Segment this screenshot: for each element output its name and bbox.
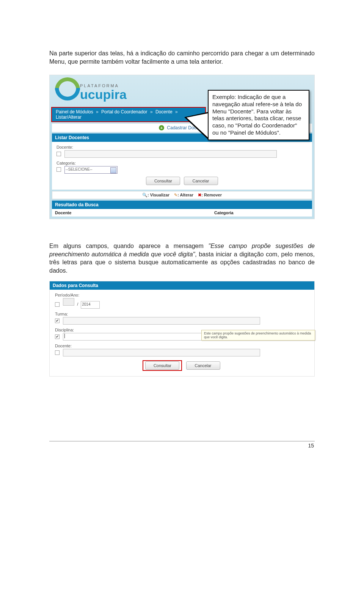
breadcrumb-item[interactable]: Painel de Módulos xyxy=(56,109,93,115)
callout-box: Exemplo: Indicação de que a navegação at… xyxy=(208,90,309,140)
docente-input[interactable] xyxy=(64,150,277,158)
page-number: 15 xyxy=(49,441,315,449)
consultar-button[interactable]: Consultar xyxy=(146,177,180,185)
section-dados-consulta: Dados para Consulta xyxy=(50,281,314,290)
legend-bar: 🔍: Visualizar ✎: Alterar ✖: Remover xyxy=(52,191,312,199)
periodo-input-1[interactable] xyxy=(63,298,74,306)
breadcrumb-item[interactable]: Docente xyxy=(155,109,173,115)
screenshot-1: PLATAFORMA ucupira Painel de Módulos » P… xyxy=(49,75,315,219)
slash-label: / xyxy=(77,302,78,306)
plus-icon: + xyxy=(159,125,164,130)
breadcrumb-sep: » xyxy=(96,109,99,115)
screenshot-2: Dados para Consulta Período/Ano: / 2014 … xyxy=(49,281,315,377)
docente-checkbox[interactable] xyxy=(56,152,61,156)
disciplina-checkbox[interactable] xyxy=(55,334,60,339)
turma-checkbox[interactable] xyxy=(55,319,60,323)
sucupira-logo: PLATAFORMA ucupira xyxy=(54,78,77,102)
paragraph-2: Em alguns campos, quando aparece a mensa… xyxy=(49,242,315,275)
intro-paragraph: Na parte superior das telas, há a indica… xyxy=(49,49,315,66)
docente2-input[interactable] xyxy=(63,349,260,356)
docente2-label: Docente: xyxy=(55,344,309,348)
periodo-input-year[interactable]: 2014 xyxy=(81,301,100,309)
section-resultado-busca: Resultado da Busca xyxy=(52,201,312,209)
text-cursor-icon xyxy=(64,334,65,338)
breadcrumb-item[interactable]: Portal do Coordenador xyxy=(101,109,147,115)
col-docente: Docente xyxy=(55,210,214,215)
autocomplete-tooltip: Este campo propõe sugestões de preenchim… xyxy=(201,330,315,341)
edit-icon: ✎ xyxy=(174,193,177,197)
breadcrumb-sep: » xyxy=(150,109,153,115)
cancelar-button[interactable]: Cancelar xyxy=(184,177,218,185)
docente-label: Docente: xyxy=(56,145,308,149)
consultar-highlight-box: Consultar xyxy=(143,360,182,371)
periodo-label: Período/Ano: xyxy=(55,293,309,297)
consultar-button-2[interactable]: Consultar xyxy=(145,361,179,370)
logo-name: ucupira xyxy=(80,87,127,102)
cancelar-button-2[interactable]: Cancelar xyxy=(186,361,220,370)
breadcrumb-item[interactable]: Listar/Alterar xyxy=(56,115,82,120)
remove-icon: ✖ xyxy=(198,193,201,197)
turma-input[interactable] xyxy=(63,317,260,325)
breadcrumb-sep: » xyxy=(175,109,178,115)
docente2-checkbox[interactable] xyxy=(55,350,60,355)
col-categoria: Categoria xyxy=(214,210,309,215)
logo-s-icon xyxy=(54,78,77,101)
magnifier-icon: 🔍 xyxy=(142,193,147,197)
breadcrumb[interactable]: Painel de Módulos » Portal do Coordenado… xyxy=(51,107,206,122)
categoria-label: Categoria: xyxy=(56,161,308,165)
categoria-select[interactable]: --SELECIONE-- xyxy=(64,166,118,174)
callout-pointer-fill xyxy=(187,113,209,139)
categoria-checkbox[interactable] xyxy=(56,167,61,172)
turma-label: Turma: xyxy=(55,312,309,316)
periodo-checkbox[interactable] xyxy=(55,302,60,307)
